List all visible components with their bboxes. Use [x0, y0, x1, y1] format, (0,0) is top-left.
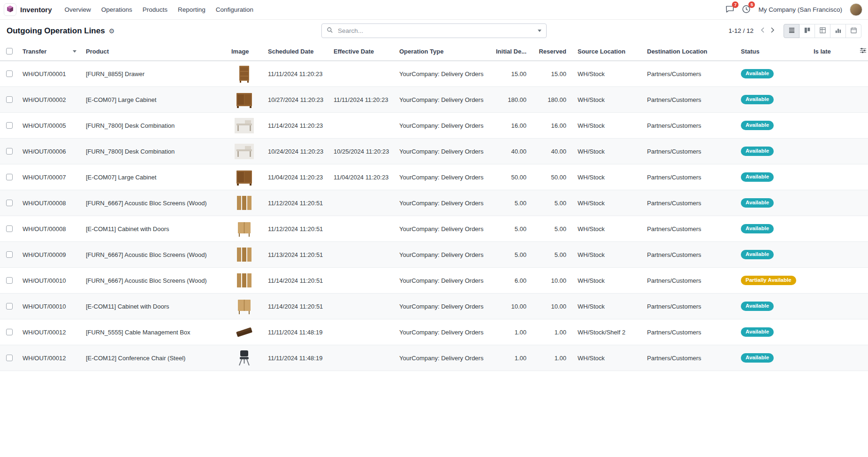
cell-source_location[interactable]: WH/Stock: [572, 139, 641, 164]
cell-reserved[interactable]: 1.00: [532, 319, 572, 345]
cell-is_late[interactable]: [808, 294, 854, 319]
cell-image[interactable]: [226, 294, 262, 319]
cell-scheduled_date[interactable]: 11/04/2024 11:20:23: [262, 164, 328, 190]
cell-initial_demand[interactable]: 10.00: [483, 294, 532, 319]
cell-transfer[interactable]: WH/OUT/00010: [17, 294, 80, 319]
cell-scheduled_date[interactable]: 11/12/2024 11:20:51: [262, 216, 328, 242]
cell-effective_date[interactable]: [328, 345, 394, 371]
pager-next-button[interactable]: [768, 25, 778, 36]
cell-product[interactable]: [FURN_8855] Drawer: [80, 61, 226, 87]
menu-products[interactable]: Products: [137, 2, 173, 17]
cell-status[interactable]: Available: [735, 113, 808, 139]
cell-initial_demand[interactable]: 5.00: [483, 242, 532, 268]
cell-product[interactable]: [FURN_7800] Desk Combination: [80, 139, 226, 164]
row-checkbox[interactable]: [6, 303, 13, 310]
cell-operation_type[interactable]: YourCompany: Delivery Orders: [394, 345, 483, 371]
cell-is_late[interactable]: [808, 164, 854, 190]
cell-operation_type[interactable]: YourCompany: Delivery Orders: [394, 113, 483, 139]
column-header-scheduled_date[interactable]: Scheduled Date: [262, 42, 328, 61]
row-checkbox[interactable]: [6, 355, 13, 361]
cell-operation_type[interactable]: YourCompany: Delivery Orders: [394, 61, 483, 87]
cell-source_location[interactable]: WH/Stock: [572, 190, 641, 216]
cell-reserved[interactable]: 5.00: [532, 190, 572, 216]
column-header-effective_date[interactable]: Effective Date: [328, 42, 394, 61]
cell-product[interactable]: [FURN_6667] Acoustic Bloc Screens (Wood): [80, 268, 226, 294]
cell-source_location[interactable]: WH/Stock: [572, 345, 641, 371]
cell-transfer[interactable]: WH/OUT/00008: [17, 216, 80, 242]
column-header-initial_demand[interactable]: Initial De...: [483, 42, 532, 61]
view-kanban-button[interactable]: [799, 24, 815, 38]
cell-scheduled_date[interactable]: 11/14/2024 11:20:51: [262, 268, 328, 294]
view-list-button[interactable]: [784, 24, 799, 38]
row-checkbox[interactable]: [6, 174, 13, 180]
column-header-is_late[interactable]: Is late: [808, 42, 854, 61]
cell-product[interactable]: [FURN_5555] Cable Management Box: [80, 319, 226, 345]
gear-icon[interactable]: ⚙: [109, 28, 115, 34]
cell-reserved[interactable]: 10.00: [532, 268, 572, 294]
cell-destination_location[interactable]: Partners/Customers: [641, 319, 735, 345]
cell-scheduled_date[interactable]: 11/13/2024 11:20:51: [262, 242, 328, 268]
column-header-image[interactable]: Image: [226, 42, 262, 61]
cell-destination_location[interactable]: Partners/Customers: [641, 190, 735, 216]
column-header-operation_type[interactable]: Operation Type: [394, 42, 483, 61]
cell-destination_location[interactable]: Partners/Customers: [641, 216, 735, 242]
cell-destination_location[interactable]: Partners/Customers: [641, 61, 735, 87]
view-graph-button[interactable]: [830, 24, 846, 38]
pager-value[interactable]: 1-12 / 12: [729, 27, 754, 34]
cell-product[interactable]: [FURN_6667] Acoustic Bloc Screens (Wood): [80, 242, 226, 268]
cell-effective_date[interactable]: [328, 113, 394, 139]
cell-scheduled_date[interactable]: 11/14/2024 11:20:23: [262, 113, 328, 139]
cell-initial_demand[interactable]: 50.00: [483, 164, 532, 190]
column-header-product[interactable]: Product: [80, 42, 226, 61]
cell-effective_date[interactable]: [328, 190, 394, 216]
cell-effective_date[interactable]: [328, 61, 394, 87]
cell-scheduled_date[interactable]: 11/11/2024 11:48:19: [262, 345, 328, 371]
cell-scheduled_date[interactable]: 11/11/2024 11:20:23: [262, 61, 328, 87]
cell-scheduled_date[interactable]: 11/14/2024 11:20:51: [262, 294, 328, 319]
row-checkbox[interactable]: [6, 329, 13, 335]
inventory-app-icon[interactable]: [4, 3, 16, 16]
cell-image[interactable]: [226, 61, 262, 87]
cell-operation_type[interactable]: YourCompany: Delivery Orders: [394, 164, 483, 190]
cell-status[interactable]: Partially Available: [735, 268, 808, 294]
cell-status[interactable]: Available: [735, 139, 808, 164]
cell-initial_demand[interactable]: 15.00: [483, 61, 532, 87]
cell-reserved[interactable]: 10.00: [532, 294, 572, 319]
cell-transfer[interactable]: WH/OUT/00009: [17, 242, 80, 268]
cell-initial_demand[interactable]: 6.00: [483, 268, 532, 294]
cell-transfer[interactable]: WH/OUT/00008: [17, 190, 80, 216]
cell-is_late[interactable]: [808, 216, 854, 242]
cell-reserved[interactable]: 15.00: [532, 61, 572, 87]
cell-image[interactable]: [226, 345, 262, 371]
menu-configuration[interactable]: Configuration: [211, 2, 259, 17]
cell-status[interactable]: Available: [735, 345, 808, 371]
cell-operation_type[interactable]: YourCompany: Delivery Orders: [394, 87, 483, 113]
cell-is_late[interactable]: [808, 242, 854, 268]
cell-operation_type[interactable]: YourCompany: Delivery Orders: [394, 139, 483, 164]
cell-transfer[interactable]: WH/OUT/00012: [17, 319, 80, 345]
app-name[interactable]: Inventory: [20, 6, 52, 14]
cell-image[interactable]: [226, 268, 262, 294]
cell-reserved[interactable]: 50.00: [532, 164, 572, 190]
cell-product[interactable]: [E-COM07] Large Cabinet: [80, 87, 226, 113]
cell-effective_date[interactable]: 11/04/2024 11:20:23: [328, 164, 394, 190]
cell-is_late[interactable]: [808, 268, 854, 294]
cell-source_location[interactable]: WH/Stock: [572, 216, 641, 242]
cell-initial_demand[interactable]: 16.00: [483, 113, 532, 139]
cell-operation_type[interactable]: YourCompany: Delivery Orders: [394, 242, 483, 268]
cell-is_late[interactable]: [808, 139, 854, 164]
cell-destination_location[interactable]: Partners/Customers: [641, 113, 735, 139]
cell-destination_location[interactable]: Partners/Customers: [641, 139, 735, 164]
search-dropdown-toggle-icon[interactable]: [538, 30, 541, 32]
cell-effective_date[interactable]: [328, 294, 394, 319]
menu-overview[interactable]: Overview: [60, 2, 96, 17]
cell-source_location[interactable]: WH/Stock: [572, 87, 641, 113]
row-checkbox[interactable]: [6, 70, 13, 77]
cell-source_location[interactable]: WH/Stock/Shelf 2: [572, 319, 641, 345]
messages-button[interactable]: 7: [725, 5, 734, 15]
cell-status[interactable]: Available: [735, 319, 808, 345]
activities-button[interactable]: 5: [742, 5, 751, 15]
cell-effective_date[interactable]: [328, 268, 394, 294]
cell-is_late[interactable]: [808, 87, 854, 113]
cell-status[interactable]: Available: [735, 164, 808, 190]
